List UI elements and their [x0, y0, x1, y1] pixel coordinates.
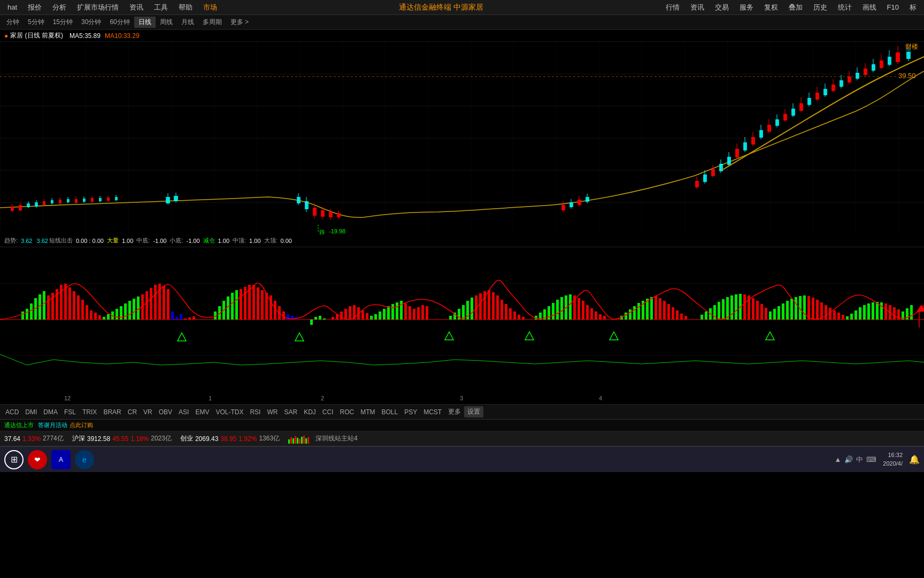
svg-rect-298	[859, 307, 861, 320]
notification-icon[interactable]: 🔔	[909, 454, 920, 465]
ad-bar: 通达信上市 答谢月活动 点此订购	[0, 420, 924, 431]
time-axis: 12 1 2 3 4	[0, 392, 924, 405]
period-30min[interactable]: 30分钟	[77, 17, 105, 28]
ind-more[interactable]: 更多	[445, 406, 464, 417]
svg-rect-176	[270, 295, 272, 320]
svg-rect-275	[760, 304, 763, 320]
menu-f10[interactable]: F10	[882, 2, 904, 12]
ad-link[interactable]: 点此订购	[70, 421, 93, 429]
svg-rect-262	[705, 311, 707, 320]
taskbar-app2[interactable]: A	[51, 450, 71, 469]
svg-rect-126	[38, 294, 41, 320]
ind-voltdx[interactable]: VOL-TDX	[212, 407, 247, 417]
svg-rect-184	[314, 317, 317, 320]
svg-rect-191	[349, 306, 351, 320]
svg-rect-252	[650, 297, 653, 320]
menu-zixun[interactable]: 资讯	[685, 2, 710, 13]
svg-rect-236	[569, 294, 572, 320]
menu-biao[interactable]: 标	[904, 2, 922, 13]
svg-rect-174	[261, 290, 264, 320]
app2-icon: A	[59, 456, 63, 463]
svg-rect-261	[700, 315, 703, 320]
ind-sar[interactable]: SAR	[281, 407, 301, 417]
menu-info[interactable]: 资讯	[124, 2, 149, 13]
ind-vr[interactable]: VR	[140, 407, 156, 417]
svg-rect-221	[496, 295, 499, 320]
main-chart[interactable]: 跌 -19.98 39.50 财楼	[0, 42, 924, 234]
lower-chart[interactable]	[0, 247, 924, 392]
ind-wr[interactable]: WR	[264, 407, 281, 417]
svg-rect-162	[192, 316, 195, 320]
ind-mtm[interactable]: MTM	[357, 407, 378, 417]
menu-huaxian[interactable]: 画线	[857, 2, 882, 13]
svg-rect-186	[323, 318, 326, 320]
ind-rsi[interactable]: RSI	[247, 407, 264, 417]
menu-fuwu[interactable]: 服务	[734, 2, 759, 13]
menu-market[interactable]: 市场	[198, 2, 222, 13]
taskbar-clock: 16:32 2020/4/	[883, 451, 903, 468]
menu-help[interactable]: 帮助	[173, 2, 198, 13]
menu-jiayi[interactable]: 交易	[710, 2, 734, 13]
svg-rect-189	[340, 311, 343, 320]
svg-rect-217	[479, 293, 482, 320]
menu-hat[interactable]: hat	[2, 2, 22, 12]
period-monthly[interactable]: 月线	[177, 17, 198, 28]
ind-psy[interactable]: PSY	[401, 407, 420, 417]
ind-trix[interactable]: TRIX	[79, 407, 100, 417]
ind-roc[interactable]: ROC	[337, 407, 358, 417]
ind-asi[interactable]: ASI	[175, 407, 192, 417]
svg-rect-288	[816, 300, 819, 320]
menu-tongji[interactable]: 统计	[833, 2, 857, 13]
menu-extended[interactable]: 扩展市场行情	[72, 2, 124, 13]
menu-lishi[interactable]: 历史	[808, 2, 833, 13]
period-daily[interactable]: 日线	[134, 17, 156, 28]
svg-rect-146	[124, 303, 127, 320]
ind-kdj[interactable]: KDJ	[301, 407, 319, 417]
period-weekly[interactable]: 周线	[156, 17, 177, 28]
svg-rect-233	[556, 300, 559, 320]
period-multi[interactable]: 多周期	[198, 17, 226, 28]
svg-rect-141	[103, 317, 105, 320]
ma10-label: MA10:	[105, 32, 124, 40]
menu-hangqing[interactable]: 行情	[660, 2, 685, 13]
taskbar-browser[interactable]: e	[75, 450, 94, 469]
xiaodi-label: 小底:	[170, 237, 183, 245]
ind-cci[interactable]: CCI	[319, 407, 337, 417]
svg-rect-185	[319, 316, 321, 320]
ind-cr[interactable]: CR	[125, 407, 140, 417]
period-15min[interactable]: 15分钟	[49, 17, 77, 28]
menu-diejia[interactable]: 叠加	[783, 2, 808, 13]
ind-settings[interactable]: 设置	[464, 406, 483, 417]
ind-emv[interactable]: EMV	[192, 407, 212, 417]
period-60min[interactable]: 60分钟	[105, 17, 134, 28]
ind-dmi[interactable]: DMI	[22, 407, 40, 417]
svg-rect-205	[409, 306, 411, 320]
menu-fuquan[interactable]: 复权	[759, 2, 783, 13]
svg-text:跌: 跌	[319, 229, 325, 234]
svg-rect-137	[86, 305, 88, 320]
period-5min[interactable]: 5分钟	[24, 17, 49, 28]
ind-acd[interactable]: ACD	[2, 407, 22, 417]
ind-obv[interactable]: OBV	[156, 407, 175, 417]
taskbar-app1[interactable]: ❤	[28, 450, 47, 469]
menu-analysis[interactable]: 分析	[47, 2, 72, 13]
taskbar-start[interactable]: ⊞	[4, 450, 24, 469]
indicator-label: 财楼	[904, 42, 920, 52]
right-menu: 行情 资讯 交易 服务 复权 叠加 历史 统计 画线 F10 标	[660, 2, 922, 13]
ind-mcst[interactable]: MCST	[420, 407, 445, 417]
ind-fsl[interactable]: FSL	[61, 407, 79, 417]
ind-dma[interactable]: DMA	[40, 407, 61, 417]
svg-rect-300	[867, 303, 870, 320]
svg-rect-259	[680, 314, 683, 320]
menu-tools[interactable]: 工具	[149, 2, 173, 13]
svg-rect-247	[629, 309, 632, 320]
ind-boll[interactable]: BOLL	[379, 407, 402, 417]
period-minute[interactable]: 分钟	[2, 17, 24, 28]
ma5-value: 35.89	[84, 32, 101, 40]
zhongdi-label: 中底:	[136, 237, 150, 245]
period-more[interactable]: 更多 >	[226, 17, 253, 28]
svg-rect-260	[684, 316, 687, 320]
ind-brar[interactable]: BRAR	[100, 407, 124, 417]
svg-rect-243	[599, 314, 602, 320]
menu-quote[interactable]: 报价	[22, 2, 47, 13]
